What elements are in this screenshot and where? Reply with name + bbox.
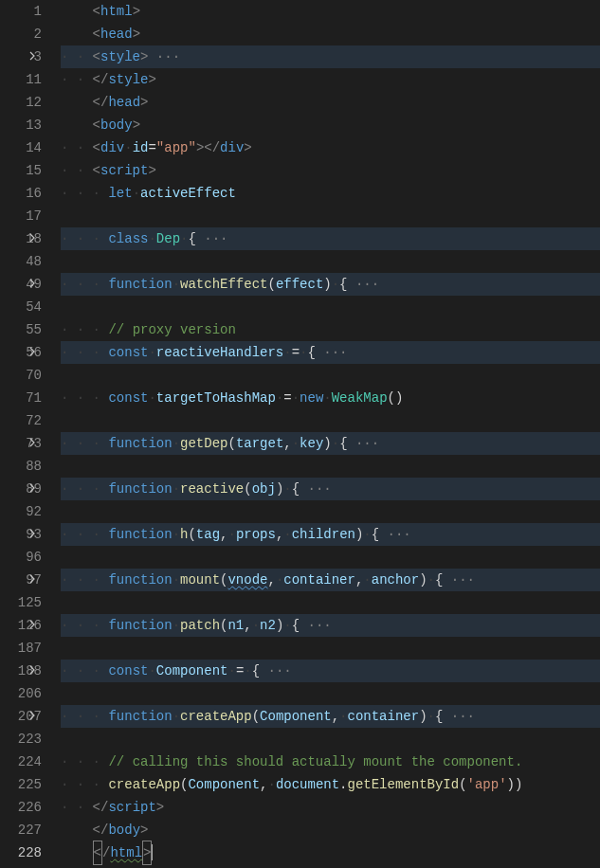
token-ellipsis: ··· xyxy=(379,523,411,546)
token-ellipsis: ··· xyxy=(443,569,475,591)
code-line[interactable]: · · <script> xyxy=(61,159,600,182)
code-line[interactable]: · · · function·h(tag,·props,·children)·{… xyxy=(61,523,600,546)
fold-chevron-icon[interactable] xyxy=(27,437,38,448)
line-number: 71 xyxy=(0,387,42,409)
code-line[interactable]: </body> xyxy=(61,819,600,841)
token-var: activeEffect xyxy=(140,182,236,205)
code-line[interactable]: · · · function·reactive(obj)·{ ··· xyxy=(61,478,600,500)
code-line[interactable] xyxy=(61,296,600,318)
token-param: Component xyxy=(260,705,332,728)
code-line[interactable] xyxy=(61,409,600,432)
code-line[interactable]: · · </style> xyxy=(61,68,600,91)
code-line[interactable]: · · · function·getDep(target,·key)·{ ··· xyxy=(61,432,600,455)
code-line[interactable]: · · <div·id="app"></div> xyxy=(61,136,600,159)
code-line[interactable]: <body> xyxy=(61,114,600,136)
token-ws: · xyxy=(292,432,300,455)
token-param: vnode xyxy=(227,569,267,591)
line-number: 56 xyxy=(0,341,42,364)
fold-chevron-icon[interactable] xyxy=(27,278,38,289)
fold-chevron-icon[interactable] xyxy=(27,50,38,62)
code-line[interactable] xyxy=(61,364,600,387)
code-line[interactable] xyxy=(61,455,600,478)
token-ws: · xyxy=(148,387,155,409)
token-tag-bracket: > xyxy=(244,136,251,159)
code-line[interactable] xyxy=(61,500,600,523)
code-line[interactable]: · · · // proxy version xyxy=(61,318,600,341)
code-content[interactable]: <html> <head>· · <style> ···· · </style>… xyxy=(61,0,600,868)
token-ws: · · xyxy=(61,159,93,182)
token-op: = xyxy=(283,387,291,409)
token-brace: ) xyxy=(276,614,283,637)
token-param: container xyxy=(283,569,355,591)
token-brace: { xyxy=(307,341,315,364)
code-line[interactable]: </head> xyxy=(61,91,600,114)
token-brace: () xyxy=(388,387,404,409)
code-line[interactable]: · · · const·targetToHashMap·=·new·WeakMa… xyxy=(61,387,600,409)
code-line[interactable]: </html> xyxy=(61,841,600,864)
token-classname: Dep xyxy=(156,227,180,250)
fold-chevron-icon[interactable] xyxy=(27,619,38,630)
code-line[interactable] xyxy=(61,637,600,660)
code-line[interactable]: · · · const·reactiveHandlers·=·{ ··· xyxy=(61,341,600,364)
line-number: 89 xyxy=(0,478,42,500)
token-tag-name: script xyxy=(108,796,155,819)
fold-chevron-icon[interactable] xyxy=(27,664,38,676)
token-funcname: createApp xyxy=(180,705,252,728)
code-line[interactable]: · · <style> ··· xyxy=(61,45,600,68)
token-ellipsis: ··· xyxy=(148,45,180,68)
token-ws: · xyxy=(339,705,347,728)
token-funcname: createApp xyxy=(108,773,180,796)
code-line[interactable] xyxy=(61,728,600,750)
line-number-gutter: 1231112131415161718484954555670717273888… xyxy=(0,0,61,868)
line-number: 3 xyxy=(0,45,42,68)
fold-chevron-icon[interactable] xyxy=(27,528,38,539)
line-number: 207 xyxy=(0,705,42,728)
code-line[interactable]: <html> xyxy=(61,0,600,23)
token-param: obj xyxy=(252,478,276,500)
code-line[interactable]: · · · function·mount(vnode,·container,·a… xyxy=(61,569,600,591)
line-number: 97 xyxy=(0,569,42,591)
code-line[interactable]: · · · let·activeEffect xyxy=(61,182,600,205)
token-brace: ) xyxy=(276,478,283,500)
token-ws xyxy=(61,91,93,114)
token-ws: · xyxy=(227,523,235,546)
code-line[interactable]: · · </script> xyxy=(61,796,600,819)
fold-chevron-icon[interactable] xyxy=(27,346,38,357)
line-number: 54 xyxy=(0,296,42,318)
code-line[interactable] xyxy=(61,546,600,569)
token-param: target xyxy=(236,432,283,455)
code-line[interactable] xyxy=(61,205,600,227)
code-line[interactable]: · · · class·Dep·{ ··· xyxy=(61,227,600,250)
token-tag-bracket: </ xyxy=(93,68,109,91)
token-ws: · xyxy=(148,341,155,364)
code-line[interactable]: · · · createApp(Component,·document.getE… xyxy=(61,773,600,796)
token-ws: · xyxy=(148,227,155,250)
token-param: anchor xyxy=(372,569,419,591)
code-line[interactable]: · · · function·createApp(Component,·cont… xyxy=(61,705,600,728)
line-number: 125 xyxy=(0,591,42,614)
token-param: children xyxy=(292,523,355,546)
line-number: 227 xyxy=(0,819,42,841)
token-op: = xyxy=(292,341,300,364)
token-brace: )) xyxy=(507,773,523,796)
fold-chevron-icon[interactable] xyxy=(27,573,38,585)
code-line[interactable] xyxy=(61,591,600,614)
code-line[interactable]: · · · function·patch(n1,·n2)·{ ··· xyxy=(61,614,600,637)
line-number: 12 xyxy=(0,91,42,114)
code-line[interactable] xyxy=(61,682,600,705)
token-param: container xyxy=(348,705,420,728)
fold-chevron-icon[interactable] xyxy=(27,710,38,721)
fold-chevron-icon[interactable] xyxy=(27,232,38,244)
code-line[interactable]: <head> xyxy=(61,23,600,45)
token-ws: · xyxy=(332,273,339,296)
token-var: reactiveHandlers xyxy=(156,341,283,364)
code-line[interactable]: · · · const·Component·=·{ ··· xyxy=(61,660,600,682)
token-tag-bracket: ></ xyxy=(196,136,220,159)
token-ellipsis: ··· xyxy=(316,341,348,364)
token-brace: { xyxy=(339,432,347,455)
code-line[interactable]: · · · // calling this should actually mo… xyxy=(61,750,600,773)
code-line[interactable] xyxy=(61,250,600,273)
fold-chevron-icon[interactable] xyxy=(27,482,38,494)
code-line[interactable]: · · · function·watchEffect(effect)·{ ··· xyxy=(61,273,600,296)
token-funcname: watchEffect xyxy=(180,273,267,296)
